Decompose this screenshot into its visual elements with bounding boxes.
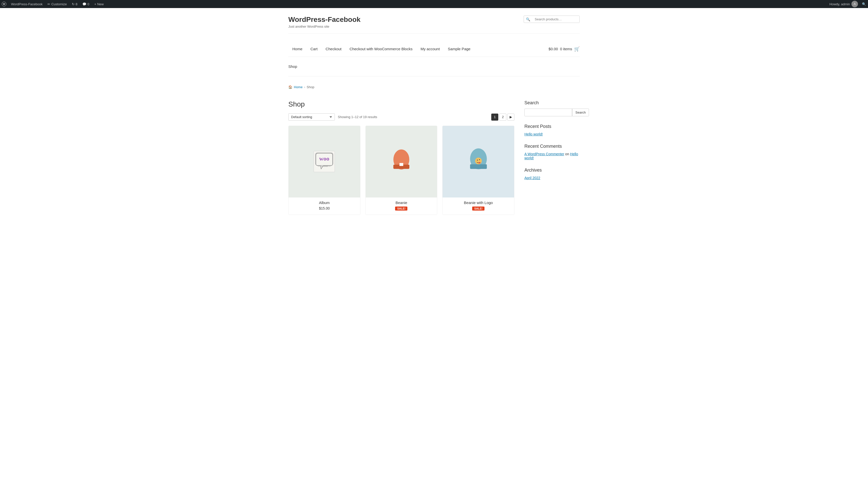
nav-checkout[interactable]: Checkout (322, 44, 345, 53)
sidebar-search-title: Search (524, 100, 580, 106)
sidebar-post-hello-world[interactable]: Hello world! (524, 132, 580, 136)
sidebar-search-form: Search (524, 109, 580, 116)
main-layout: Shop Default sorting Sort by popularity … (288, 100, 580, 215)
page-btn-next[interactable]: ▶ (507, 113, 514, 121)
product-name-beanie: Beanie (369, 200, 434, 205)
nav-my-account[interactable]: My account (417, 44, 444, 53)
svg-rect-11 (470, 164, 487, 169)
admin-search-toggle[interactable]: 🔍 (860, 2, 868, 6)
cart-icon: 🛒 (574, 46, 580, 52)
new-icon: + (94, 2, 96, 6)
page-btn-1[interactable]: 1 (491, 113, 498, 121)
site-header: WordPress-Facebook Just another WordPres… (288, 15, 580, 34)
cart-items-count: 0 items (560, 47, 572, 51)
product-image-beanie-logo (443, 126, 514, 197)
breadcrumb-current: Shop (307, 85, 314, 89)
admin-site-name-label: WordPress-Facebook (11, 2, 42, 6)
product-name-album: Album (292, 200, 357, 205)
primary-nav-links: Home Cart Checkout Checkout with WooComm… (288, 44, 548, 53)
sidebar-archives: Archives April 2022 (524, 168, 580, 180)
sidebar-recent-comments: Recent Comments A WordPress Commenter on… (524, 144, 580, 160)
page-btn-2[interactable]: 2 (499, 113, 506, 121)
admin-howdy[interactable]: Howdy, admin A (828, 1, 860, 7)
svg-text:woo: woo (319, 155, 329, 162)
admin-comments-count: 0 (87, 2, 89, 6)
results-count: Showing 1–12 of 19 results (338, 115, 377, 119)
sidebar-archives-title: Archives (524, 168, 580, 173)
wp-logo[interactable]: W (0, 0, 8, 8)
admin-howdy-text: Howdy, admin (830, 2, 850, 6)
product-price-album: $15.00 (292, 206, 357, 210)
admin-updates-count: 8 (76, 2, 77, 6)
nav-cart[interactable]: Cart (307, 44, 322, 53)
comments-icon: 💬 (82, 2, 86, 6)
cart-total: $0.00 (548, 47, 558, 51)
admin-site-name[interactable]: WordPress-Facebook (9, 0, 45, 8)
site-branding: WordPress-Facebook Just another WordPres… (288, 15, 360, 28)
svg-rect-9 (399, 163, 403, 166)
admin-customize[interactable]: ✏ Customize (46, 0, 69, 8)
product-grid: woo — the album — Album $15.00 (288, 126, 514, 215)
svg-text:W: W (3, 3, 5, 5)
breadcrumb-separator: › (304, 85, 305, 89)
sidebar-on-text: on (565, 152, 569, 156)
product-card-album[interactable]: woo — the album — Album $15.00 (288, 126, 360, 215)
secondary-nav: Shop (288, 59, 580, 76)
admin-customize-label: Customize (51, 2, 66, 6)
breadcrumb-home-icon: 🏠 (288, 85, 292, 89)
sidebar-search-widget: Search Search (524, 100, 580, 116)
nav-sample-page[interactable]: Sample Page (444, 44, 474, 53)
header-search-input[interactable] (532, 16, 580, 23)
product-name-beanie-logo: Beanie with Logo (446, 200, 511, 205)
sidebar-comment-text: A WordPress Commenter on Hello world! (524, 152, 578, 160)
sale-badge-beanie-logo: SALE! (472, 207, 484, 210)
sort-select[interactable]: Default sorting Sort by popularity Sort … (288, 113, 335, 121)
product-card-beanie-logo[interactable]: Beanie with Logo SALE! (442, 126, 514, 215)
svg-point-13 (477, 160, 478, 160)
nav-shop[interactable]: Shop (288, 62, 580, 71)
svg-point-15 (479, 162, 481, 163)
product-card-beanie[interactable]: Beanie SALE! (365, 126, 437, 215)
admin-comments[interactable]: 💬 0 (80, 0, 91, 8)
sidebar-search-input[interactable] (524, 109, 572, 116)
shop-toolbar: Default sorting Sort by popularity Sort … (288, 113, 514, 121)
svg-text:— the album —: — the album — (318, 165, 331, 167)
customize-icon: ✏ (48, 2, 50, 6)
admin-bar-right: Howdy, admin A 🔍 (828, 1, 868, 7)
primary-nav: Home Cart Checkout Checkout with WooComm… (288, 41, 580, 57)
admin-new[interactable]: + New (92, 0, 106, 8)
header-search-icon: 🔍 (524, 17, 532, 21)
header-search: 🔍 (524, 15, 580, 23)
sidebar-archive-april-2022[interactable]: April 2022 (524, 176, 580, 180)
admin-new-label: New (97, 2, 104, 6)
product-image-album: woo — the album — (288, 126, 360, 197)
sidebar-recent-posts: Recent Posts Hello world! (524, 124, 580, 136)
svg-point-14 (479, 159, 480, 160)
main-content: Shop Default sorting Sort by popularity … (288, 100, 514, 215)
site-title[interactable]: WordPress-Facebook (288, 15, 360, 24)
sidebar-recent-posts-title: Recent Posts (524, 124, 580, 129)
product-image-beanie (366, 126, 437, 197)
product-info-beanie-logo: Beanie with Logo SALE! (443, 197, 514, 215)
sidebar-commenter-link[interactable]: A WordPress Commenter (524, 152, 564, 156)
admin-search-icon: 🔍 (862, 2, 866, 6)
nav-cart-widget[interactable]: $0.00 0 items 🛒 (548, 46, 580, 52)
shop-title: Shop (288, 100, 514, 108)
sidebar-recent-comments-title: Recent Comments (524, 144, 580, 149)
site-tagline: Just another WordPress site (288, 25, 360, 28)
product-info-beanie: Beanie SALE! (366, 197, 437, 215)
admin-updates[interactable]: ↻ 8 (70, 0, 79, 8)
sidebar-search-button[interactable]: Search (572, 109, 589, 116)
nav-home[interactable]: Home (288, 44, 307, 53)
site-content: WordPress-Facebook Just another WordPres… (283, 8, 585, 222)
breadcrumb-home-link[interactable]: Home (294, 85, 303, 89)
svg-point-12 (475, 158, 482, 164)
nav-checkout-blocks[interactable]: Checkout with WooCommerce Blocks (346, 44, 417, 53)
shop-toolbar-left: Default sorting Sort by popularity Sort … (288, 113, 377, 121)
admin-avatar: A (852, 1, 858, 7)
sale-badge-beanie: SALE! (395, 207, 407, 210)
wp-admin-bar: W WordPress-Facebook ✏ Customize ↻ 8 💬 0… (0, 0, 868, 8)
breadcrumb: 🏠 Home › Shop (288, 82, 580, 93)
shop-pagination-top: 1 2 ▶ (491, 113, 514, 121)
sidebar: Search Search Recent Posts Hello world! … (524, 100, 580, 215)
